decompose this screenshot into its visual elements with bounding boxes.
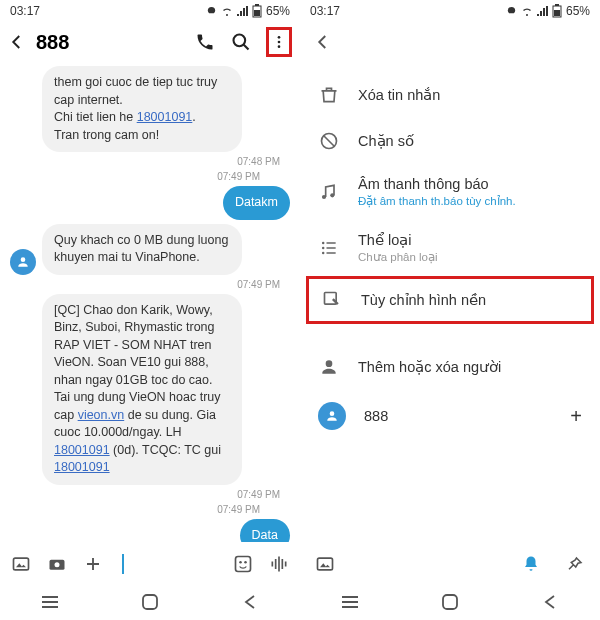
home-button[interactable] bbox=[130, 592, 170, 612]
svg-rect-2 bbox=[254, 10, 260, 16]
svg-point-27 bbox=[322, 252, 325, 255]
sender-avatar[interactable] bbox=[10, 249, 36, 275]
right-bottom-bar bbox=[300, 544, 600, 584]
add-contact-button[interactable]: + bbox=[570, 405, 582, 428]
svg-rect-15 bbox=[278, 557, 280, 572]
add-attachment-button[interactable] bbox=[82, 553, 104, 575]
message-row: [QC] Chao don Karik, Wowy, Binz, Suboi, … bbox=[10, 294, 290, 485]
message-row: Datakm bbox=[10, 186, 290, 220]
block-icon bbox=[318, 130, 340, 152]
contact-avatar bbox=[318, 402, 346, 430]
svg-point-3 bbox=[234, 35, 246, 47]
battery-icon bbox=[551, 5, 563, 17]
menu-category[interactable]: Thể loại Chưa phân loại bbox=[300, 220, 600, 276]
list-icon bbox=[318, 237, 340, 259]
svg-point-9 bbox=[55, 562, 60, 567]
recents-button[interactable] bbox=[330, 592, 370, 612]
svg-rect-1 bbox=[255, 4, 259, 6]
svg-rect-14 bbox=[275, 559, 277, 569]
menu-header bbox=[300, 22, 600, 62]
svg-rect-18 bbox=[143, 595, 157, 609]
menu-delete-messages[interactable]: Xóa tin nhắn bbox=[300, 72, 600, 118]
menu-notification-sound[interactable]: Âm thanh thông báo Đặt âm thanh th.báo t… bbox=[300, 164, 600, 220]
message-time: 07:49 PM bbox=[10, 489, 280, 500]
menu-block-number[interactable]: Chặn số bbox=[300, 118, 600, 164]
menu-back-button[interactable] bbox=[314, 33, 332, 51]
status-bar: 03:17 65% bbox=[300, 0, 600, 22]
signal-icon bbox=[536, 5, 548, 17]
svg-point-24 bbox=[330, 193, 334, 197]
camera-button[interactable] bbox=[46, 553, 68, 575]
menu-contact-row[interactable]: 888 + bbox=[300, 390, 600, 442]
wifi-icon bbox=[221, 5, 233, 17]
chat-title: 888 bbox=[36, 31, 194, 54]
message-bubble[interactable]: Data bbox=[240, 519, 290, 543]
status-bar: 03:17 65% bbox=[0, 0, 300, 22]
back-nav-button[interactable] bbox=[530, 592, 570, 612]
svg-rect-20 bbox=[555, 4, 559, 6]
recents-button[interactable] bbox=[30, 592, 70, 612]
status-time: 03:17 bbox=[10, 4, 40, 18]
message-bubble[interactable]: them goi cuoc de tiep tuc truy cap inter… bbox=[42, 66, 242, 152]
right-panel: 03:17 65% Xóa tin nhắn Chặn số bbox=[300, 0, 600, 620]
text-input[interactable] bbox=[122, 554, 124, 574]
svg-point-4 bbox=[278, 36, 281, 39]
chat-header: 888 bbox=[0, 22, 300, 62]
back-nav-button[interactable] bbox=[230, 592, 270, 612]
signal-icon bbox=[236, 5, 248, 17]
sticker-button[interactable] bbox=[232, 553, 254, 575]
pin-icon[interactable] bbox=[564, 553, 586, 575]
music-note-icon bbox=[318, 181, 340, 203]
alarm-icon bbox=[206, 5, 218, 17]
svg-rect-13 bbox=[272, 562, 274, 567]
svg-point-26 bbox=[322, 247, 325, 250]
svg-rect-10 bbox=[236, 557, 251, 572]
voice-button[interactable] bbox=[268, 553, 290, 575]
home-button[interactable] bbox=[430, 592, 470, 612]
menu-customize-wallpaper[interactable]: Tùy chỉnh hình nền bbox=[306, 276, 594, 324]
status-battery: 65% bbox=[566, 4, 590, 18]
svg-rect-17 bbox=[285, 562, 287, 567]
svg-point-12 bbox=[244, 561, 247, 564]
trash-icon bbox=[318, 84, 340, 106]
svg-rect-7 bbox=[14, 558, 29, 570]
composer-toolbar bbox=[0, 544, 300, 584]
wifi-icon bbox=[521, 5, 533, 17]
message-bubble[interactable]: Quy khach co 0 MB dung luong khuyen mai … bbox=[42, 224, 242, 275]
message-time: 07:49 PM bbox=[10, 171, 290, 182]
svg-rect-30 bbox=[443, 595, 457, 609]
status-battery: 65% bbox=[266, 4, 290, 18]
status-time: 03:17 bbox=[310, 4, 340, 18]
alarm-icon bbox=[506, 5, 518, 17]
gallery-button[interactable] bbox=[10, 553, 32, 575]
svg-point-11 bbox=[239, 561, 242, 564]
wallpaper-edit-icon bbox=[321, 289, 343, 311]
message-row: them goi cuoc de tiep tuc truy cap inter… bbox=[10, 66, 290, 152]
message-bubble[interactable]: [QC] Chao don Karik, Wowy, Binz, Suboi, … bbox=[42, 294, 242, 485]
menu-list: Xóa tin nhắn Chặn số Âm thanh thông báo … bbox=[300, 62, 600, 452]
back-button[interactable] bbox=[8, 33, 26, 51]
more-menu-button[interactable] bbox=[266, 27, 292, 57]
svg-point-5 bbox=[278, 41, 281, 44]
svg-point-25 bbox=[322, 242, 325, 245]
menu-add-remove-people[interactable]: Thêm hoặc xóa người bbox=[300, 344, 600, 390]
svg-point-6 bbox=[278, 45, 281, 48]
search-button[interactable] bbox=[230, 31, 252, 53]
gallery-button[interactable] bbox=[314, 553, 336, 575]
svg-rect-29 bbox=[318, 558, 333, 570]
message-time: 07:49 PM bbox=[10, 504, 290, 515]
left-panel: 03:17 65% 888 bbox=[0, 0, 300, 620]
battery-icon bbox=[251, 5, 263, 17]
message-bubble[interactable]: Datakm bbox=[223, 186, 290, 220]
svg-rect-21 bbox=[554, 10, 560, 16]
bell-icon[interactable] bbox=[520, 553, 542, 575]
person-icon bbox=[318, 356, 340, 378]
svg-rect-16 bbox=[282, 559, 284, 569]
messages-list[interactable]: them goi cuoc de tiep tuc truy cap inter… bbox=[0, 62, 300, 542]
svg-point-23 bbox=[322, 195, 326, 199]
message-time: 07:48 PM bbox=[10, 156, 280, 167]
call-button[interactable] bbox=[194, 31, 216, 53]
message-time: 07:49 PM bbox=[10, 279, 280, 290]
nav-bar bbox=[0, 584, 300, 620]
message-row: Data bbox=[10, 519, 290, 543]
